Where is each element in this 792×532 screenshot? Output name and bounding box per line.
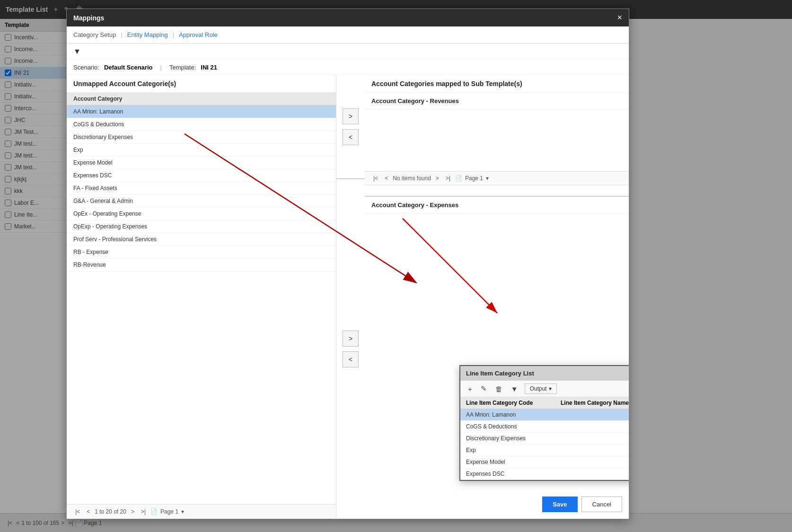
page-indicator: Page 1 xyxy=(160,508,178,515)
popup-row[interactable]: CoGS & Deductions xyxy=(460,421,629,433)
table-row[interactable]: RB-Revenue xyxy=(67,259,336,271)
popup-delete-btn[interactable]: 🗑 xyxy=(493,384,504,394)
last-page-btn[interactable]: >| xyxy=(139,507,148,516)
popup-row[interactable]: AA Mrion: Lamanon xyxy=(460,409,629,421)
popup-row[interactable]: Discretionary Expenses xyxy=(460,433,629,445)
unmapped-panel: Unmapped Account Categorie(s) Account Ca… xyxy=(67,75,336,519)
rev-prev-btn[interactable]: < xyxy=(383,174,390,183)
popup-body: AA Mrion: Lamanon CoGS & Deductions Disc… xyxy=(460,409,629,480)
page-range: 1 to 20 of 20 xyxy=(95,508,126,515)
map-right-expenses-btn[interactable]: > xyxy=(343,331,359,347)
unmap-left-expenses-btn[interactable]: < xyxy=(343,351,359,367)
table-row[interactable]: Prof Serv - Professional Services xyxy=(67,233,336,246)
revenues-section-title: Account Category - Revenues xyxy=(365,93,629,110)
prev-page-btn[interactable]: < xyxy=(85,507,92,516)
popup-row[interactable]: Exp xyxy=(460,445,629,456)
tab-category-setup[interactable]: Category Setup xyxy=(73,30,116,39)
table-row[interactable]: FA - Fixed Assets xyxy=(67,182,336,195)
save-button[interactable]: Save xyxy=(542,497,577,512)
left-with-arrows: Unmapped Account Categorie(s) Account Ca… xyxy=(67,75,365,519)
table-row[interactable]: OpEx - Operating Expense xyxy=(67,208,336,220)
filter-row: ▼ xyxy=(67,44,629,60)
table-row[interactable]: Expense Model xyxy=(67,157,336,169)
unmapped-title: Unmapped Account Categorie(s) xyxy=(67,75,336,93)
rev-last-btn[interactable]: >| xyxy=(444,174,452,183)
next-page-btn[interactable]: > xyxy=(129,507,136,516)
unmapped-table-body: AA Mrion: Lamanon CoGS & Deductions Disc… xyxy=(67,105,336,504)
popup-toolbar: + ✎ 🗑 ▼ Output ▾ xyxy=(460,381,629,397)
table-row[interactable]: Expenses DSC xyxy=(67,169,336,182)
table-row[interactable]: G&A - General & Admin xyxy=(67,195,336,208)
first-page-btn[interactable]: |< xyxy=(73,507,82,516)
tab-approval-role[interactable]: Approval Role xyxy=(179,30,218,39)
mapped-title: Account Categories mapped to Sub Templat… xyxy=(365,75,629,93)
popup-title: Line Item Category List xyxy=(460,366,629,381)
arrow-column: > < > < xyxy=(336,75,365,519)
popup-col1-header: Line Item Category Code xyxy=(466,400,561,406)
modal-titlebar: Mappings × xyxy=(67,9,629,26)
rev-no-items: No items found xyxy=(393,175,431,182)
modal-content: Unmapped Account Categorie(s) Account Ca… xyxy=(67,75,629,519)
mappings-modal: Mappings × Category Setup | Entity Mappi… xyxy=(66,9,629,519)
account-category-header: Account Category xyxy=(67,93,336,105)
table-row[interactable]: RB - Expense xyxy=(67,246,336,259)
revenues-pagination: |< < No items found > >| 📄 Page 1 ▾ xyxy=(365,171,629,185)
popup-row[interactable]: Expenses DSC xyxy=(460,468,629,480)
rev-first-btn[interactable]: |< xyxy=(371,174,380,183)
popup-add-btn[interactable]: + xyxy=(466,384,474,394)
right-panel: Account Categories mapped to Sub Templat… xyxy=(365,75,629,519)
page-dropdown-icon[interactable]: ▾ xyxy=(181,508,184,515)
tab-entity-mapping[interactable]: Entity Mapping xyxy=(127,30,168,39)
action-buttons: Save Cancel xyxy=(542,497,622,512)
revenues-arrows: > < xyxy=(336,75,365,179)
popup-row[interactable]: Expense Model xyxy=(460,456,629,468)
table-row[interactable]: AA Mrion: Lamanon xyxy=(67,105,336,118)
template-value: INI 21 xyxy=(201,64,217,71)
line-item-popup: Line Item Category List + ✎ 🗑 ▼ Output ▾ xyxy=(459,365,629,481)
popup-table-header: Line Item Category Code Line Item Catego… xyxy=(460,397,629,409)
table-row[interactable]: Discretionary Expenses xyxy=(67,131,336,144)
popup-filter-btn[interactable]: ▼ xyxy=(509,384,520,394)
popup-output-btn[interactable]: Output ▾ xyxy=(525,384,557,394)
cancel-button[interactable]: Cancel xyxy=(581,497,622,512)
no-items-revenues xyxy=(365,110,629,129)
filter-icon[interactable]: ▼ xyxy=(73,47,81,56)
rev-next-btn[interactable]: > xyxy=(434,174,441,183)
rev-page-dropdown[interactable]: ▾ xyxy=(486,175,489,182)
scenario-row: Scenario: Default Scenario | Template: I… xyxy=(67,60,629,75)
table-row[interactable]: Exp xyxy=(67,144,336,157)
svg-line-1 xyxy=(403,218,497,313)
expenses-section-title: Account Category - Expenses xyxy=(365,197,629,214)
unmap-left-revenues-btn[interactable]: < xyxy=(343,129,359,145)
scenario-label: Scenario: xyxy=(73,64,99,71)
modal-close-button[interactable]: × xyxy=(617,13,622,23)
revenues-table-body xyxy=(365,110,629,171)
template-label: Template: xyxy=(169,64,196,71)
table-row[interactable]: OpExp - Operating Expenses xyxy=(67,220,336,233)
expenses-section: Account Category - Expenses Line Item Ca… xyxy=(365,197,629,519)
popup-col2-header: Line Item Category Name xyxy=(561,400,629,406)
modal-title: Mappings xyxy=(73,14,104,22)
map-right-revenues-btn[interactable]: > xyxy=(343,108,359,124)
table-row[interactable]: CoGS & Deductions xyxy=(67,118,336,131)
scenario-value: Default Scenario xyxy=(104,64,153,71)
left-pagination: |< < 1 to 20 of 20 > >| 📄 Page 1 ▾ xyxy=(67,504,336,519)
rev-page: Page 1 xyxy=(465,175,483,182)
popup-edit-btn[interactable]: ✎ xyxy=(479,384,489,394)
expenses-arrows: > < xyxy=(336,179,365,519)
revenues-section: Account Category - Revenues |< < No item… xyxy=(365,93,629,197)
modal-tabs: Category Setup | Entity Mapping | Approv… xyxy=(67,26,629,44)
